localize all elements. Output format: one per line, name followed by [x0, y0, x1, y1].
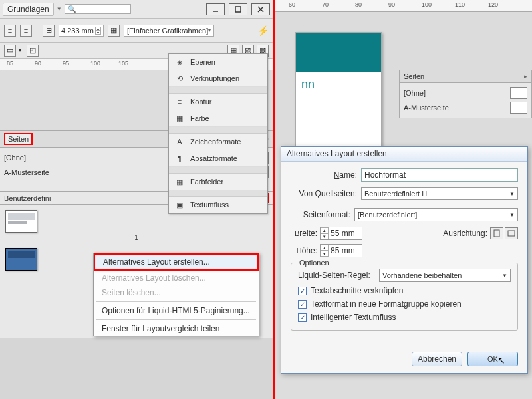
orientation-portrait-button[interactable] — [490, 227, 503, 239]
links-icon: ⟲ — [174, 74, 185, 83]
minimize-button[interactable] — [206, 3, 225, 15]
options-fieldset: Optionen Liquid-Seiten-Regel: Vorhandene… — [291, 263, 518, 331]
panel-swatches[interactable]: ▦Farbfelder — [169, 174, 267, 190]
left-screenshot: Grundlagen ▼ 🔍 ≡ ≡ ⊞ 4,233 mm ▴▾ ▦ [Einf… — [0, 0, 273, 399]
pages-tab[interactable]: Seiten — [4, 133, 33, 145]
ctx-liquid-options[interactable]: Optionen für Liquid-HTML5-Paginierung... — [94, 303, 259, 318]
spin-up-icon[interactable]: ▴ — [321, 245, 329, 251]
chevron-down-icon[interactable]: ▼ — [57, 6, 62, 12]
text-wrap-icon-2[interactable]: ≡ — [20, 25, 32, 37]
width-value[interactable] — [329, 227, 362, 239]
name-label: Name: — [291, 170, 357, 180]
maximize-button[interactable] — [229, 3, 247, 15]
measure-input[interactable]: 4,233 mm ▴▾ — [59, 25, 104, 37]
spin-up-icon[interactable]: ▴ — [321, 227, 329, 233]
ruler-horizontal-right: 60 70 80 90 100 110 120 — [275, 0, 532, 12]
panel-layers[interactable]: ◈Ebenen — [169, 54, 267, 70]
cb-smart-reflow[interactable]: ✓ — [298, 313, 307, 322]
frame-combo[interactable]: [Einfacher Grafikrahmen] ▾ — [124, 25, 214, 37]
liquid-rule-label: Liquid-Seiten-Regel: — [298, 271, 375, 280]
stroke-icon: ≡ — [174, 97, 185, 106]
frame-fit-icon[interactable]: ⊞ — [43, 25, 55, 37]
options-legend: Optionen — [297, 259, 332, 267]
pages-tab-right[interactable]: Seiten — [404, 72, 424, 80]
create-alt-layout-dialog: Alternatives Layout erstellen Name: Von … — [281, 146, 528, 374]
layers-icon: ◈ — [174, 57, 185, 66]
cb-smart-reflow-label: Intelligenter Textumfluss — [311, 313, 396, 322]
lightning-icon[interactable]: ⚡ — [257, 25, 269, 36]
panel-links[interactable]: ⟲Verknüpfungen — [169, 70, 267, 87]
color-icon: ▦ — [174, 114, 185, 123]
cb-copy-textstyles[interactable]: ✓ — [298, 300, 307, 309]
chevron-down-icon: ▼ — [509, 191, 515, 197]
master-a-row-r[interactable]: A-Musterseite — [404, 100, 527, 115]
master-a-thumb-r[interactable] — [510, 102, 527, 114]
ok-button[interactable]: OK ↖ — [467, 352, 518, 366]
text-wrap-icon[interactable]: ≡ — [4, 25, 16, 37]
frame-type-icon[interactable]: ▦ — [108, 25, 120, 37]
close-button[interactable] — [251, 3, 270, 15]
control-toolbar: ≡ ≡ ⊞ 4,233 mm ▴▾ ▦ [Einfacher Grafikrah… — [0, 19, 273, 43]
master-none-label-r: [Ohne] — [404, 89, 426, 97]
spin-down-icon[interactable]: ▾ — [321, 233, 329, 239]
orientation-label: Ausrichtung: — [443, 229, 487, 238]
cb-link-stories[interactable]: ✓ — [298, 287, 307, 295]
panel-menu-icon[interactable]: ▸ — [524, 73, 527, 80]
document-page[interactable]: nn — [295, 32, 382, 152]
width-label: Breite: — [291, 229, 317, 238]
name-input[interactable] — [361, 168, 518, 182]
source-pages-label: Von Quellseiten: — [291, 189, 357, 198]
page-format-value: [Benutzerdefiniert] — [358, 211, 417, 219]
panel-icon-strip: ◈Ebenen ⟲Verknüpfungen ≡Kontur ▦Farbe AZ… — [168, 53, 268, 214]
search-input[interactable]: 🔍 — [65, 4, 131, 14]
panel-textwrap[interactable]: ▣Textumfluss — [169, 197, 267, 213]
ctx-delete-alt-layout: Alternatives Layout löschen... — [94, 271, 259, 285]
liquid-rule-combo[interactable]: Vorhandene beibehalten ▼ — [379, 269, 511, 282]
charstyle-icon: A — [174, 137, 185, 146]
width-input[interactable]: ▴▾ — [320, 227, 362, 240]
pages-panel-header-right[interactable]: Seiten ▸ — [400, 70, 531, 83]
panel-stroke[interactable]: ≡Kontur — [169, 94, 267, 110]
cb-link-stories-label: Textabschnitte verknüpfen — [311, 286, 403, 295]
source-pages-value: Benutzerdefiniert H — [364, 190, 427, 198]
doc-header-block — [296, 33, 381, 72]
height-value[interactable] — [329, 245, 362, 257]
panel-color[interactable]: ▦Farbe — [169, 110, 267, 127]
master-none-thumb-r[interactable] — [510, 87, 527, 99]
page-format-combo[interactable]: [Benutzerdefiniert] ▼ — [354, 208, 518, 221]
spin-down-icon[interactable]: ▾ — [321, 251, 329, 257]
cb-copy-textstyles-label: Textformat in neue Formatgruppe kopieren — [311, 299, 462, 309]
annotation-divider — [273, 0, 275, 399]
ctx-delete-pages: Seiten löschen... — [94, 285, 259, 300]
pages-panel-right: Seiten ▸ [Ohne] A-Musterseite — [399, 70, 532, 118]
panel-charstyles[interactable]: AZeichenformate — [169, 134, 267, 150]
orientation-landscape-button[interactable] — [505, 227, 518, 239]
layout-context-menu: Alternatives Layout erstellen... Alterna… — [93, 253, 259, 336]
liquid-rule-value: Vorhandene beibehalten — [382, 271, 462, 279]
page-thumb-1[interactable]: 1 — [5, 210, 267, 241]
swatches-icon: ▦ — [174, 177, 185, 186]
height-input[interactable]: ▴▾ — [320, 244, 362, 257]
workspace-selector[interactable]: Grundlagen — [3, 3, 54, 16]
master-none-row-r[interactable]: [Ohne] — [404, 86, 527, 100]
page-format-label: Seitenformat: — [291, 210, 350, 219]
chevron-down-icon: ▾ — [208, 27, 211, 33]
source-pages-combo[interactable]: Benutzerdefiniert H ▼ — [361, 187, 518, 200]
master-a-label-r: A-Musterseite — [404, 104, 449, 112]
cancel-button[interactable]: Abbrechen — [412, 352, 462, 366]
svg-rect-1 — [235, 7, 241, 12]
ctx-split-window[interactable]: Fenster für Layoutvergleich teilen — [94, 321, 259, 336]
textwrap-icon: ▣ — [174, 200, 185, 209]
chevron-down-icon: ▼ — [502, 273, 507, 279]
ctx-create-alt-layout[interactable]: Alternatives Layout erstellen... — [94, 253, 259, 271]
panel-parastyles[interactable]: ¶Absatzformate — [169, 150, 267, 167]
doc-headline: nn — [296, 72, 381, 92]
corner-icon[interactable]: ◰ — [27, 45, 39, 57]
height-label: Höhe: — [291, 246, 317, 255]
chevron-down-icon: ▼ — [509, 212, 515, 218]
svg-rect-5 — [508, 231, 515, 236]
stroke-icon[interactable]: ▭ — [4, 45, 16, 57]
spin-down-icon[interactable]: ▾ — [95, 31, 101, 35]
frame-combo-value: [Einfacher Grafikrahmen] — [127, 27, 208, 35]
master-a-label: A-Musterseite — [4, 168, 49, 176]
